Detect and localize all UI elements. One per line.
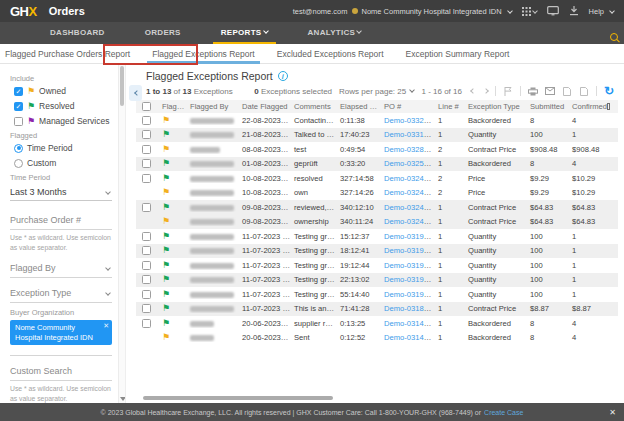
col-exception-type[interactable]: Exception Type [466,102,528,111]
horizontal-scrollbar[interactable] [143,396,333,400]
table-row[interactable]: ⚑09-08-2023 10:28...reviewed, resol...34… [136,200,618,215]
po-link[interactable]: Demo-0324653 [384,188,436,197]
resolved-checkbox[interactable] [14,102,23,111]
download-button[interactable] [569,6,579,16]
green-flag-icon[interactable]: ⚑ [162,203,170,212]
row-checkbox[interactable] [142,159,151,168]
table-row[interactable]: ⚑11-07-2023 11:35...Testing green/r...15… [136,229,618,244]
monitor-button[interactable] [547,6,559,16]
table-row[interactable]: ⚑11-07-2023 11:35...Testing green/r...22… [136,273,618,288]
rows-per-page[interactable]: Rows per page: 25 [339,87,414,96]
table-row[interactable]: ⚑20-06-2023 01:18...supplier respon...0:… [136,316,618,331]
green-flag-icon[interactable]: ⚑ [162,174,170,183]
row-checkbox[interactable] [142,232,151,241]
table-row[interactable]: ⚑10-08-2023 02:32...resolved327:14:58Dem… [136,171,618,186]
po-link[interactable]: Demo-0318986 [384,304,436,313]
time-period-select[interactable]: Last 3 Months [10,185,112,201]
scrollbar-thumb[interactable] [120,66,124,106]
row-checkbox[interactable] [142,130,151,139]
green-flag-icon[interactable]: ⚑ [162,232,170,241]
tab-excluded-exceptions-report[interactable]: Excluded Exceptions Report [266,44,395,64]
export-csv-button[interactable] [562,86,572,96]
row-checkbox[interactable] [142,246,151,255]
checkbox-resolved[interactable]: ⚑ Resolved [14,101,112,111]
green-flag-icon[interactable]: ⚑ [162,130,170,139]
po-link[interactable]: Demo-0331590 [384,130,436,139]
info-icon[interactable]: i [278,71,288,81]
po-link[interactable]: Demo-0324154 [384,217,436,226]
refresh-icon[interactable]: ↻ [604,86,614,96]
table-row[interactable]: ⚑21-08-2023 01:56...Talked to rep, J...1… [136,128,618,143]
row-checkbox[interactable] [142,319,151,328]
custom-radio[interactable] [14,159,23,168]
checkbox-managed-services[interactable]: ⚑ Managed Services [14,116,112,126]
nav-dashboard[interactable]: DASHBOARD [30,22,125,44]
sidebar-scrollbar[interactable] [118,64,125,403]
tab-flagged-exceptions-report[interactable]: Flagged Exceptions Report [141,44,266,64]
nav-reports[interactable]: REPORTS [201,22,288,44]
col-flagged[interactable]: Flagged [156,102,188,111]
owned-checkbox[interactable] [14,87,23,96]
custom-search-input[interactable]: Custom Search [10,360,112,381]
green-flag-icon[interactable]: ⚑ [162,319,170,328]
po-link[interactable]: Demo-0324653 [384,174,436,183]
table-row[interactable]: ⚑10-08-2023 02:32...own327:14:26Demo-032… [136,186,618,201]
po-link[interactable]: Demo-0314031 [384,333,436,342]
nav-orders[interactable]: ORDERS [125,22,201,44]
time-period-radio[interactable] [14,144,23,153]
exception-type-section[interactable]: Exception Type [10,282,112,303]
row-checkbox[interactable] [142,261,151,270]
green-flag-icon[interactable]: ⚑ [162,290,170,299]
row-checkbox[interactable] [142,304,151,313]
footer-close-icon[interactable]: ✕ [609,408,616,417]
page-prev-button[interactable] [470,88,476,94]
po-link[interactable]: Demo-0319584 [384,275,436,284]
yellow-flag-icon[interactable]: ⚑ [162,217,170,226]
po-link[interactable]: Demo-0332034 [384,116,436,125]
table-row[interactable]: ⚑20-06-2023 01:17...Sent0:12:52Demo-0314… [136,331,618,346]
checkbox-owned[interactable]: ⚑ Owned [14,86,112,96]
green-flag-icon[interactable]: ⚑ [162,261,170,270]
select-all-checkbox[interactable] [142,102,151,111]
table-row[interactable]: ⚑01-08-2023 01:55...geprüft0:33:20Demo-0… [136,157,618,172]
green-flag-icon[interactable]: ⚑ [162,159,170,168]
managed-services-checkbox[interactable] [14,117,23,126]
yellow-flag-icon[interactable]: ⚑ [162,145,170,154]
green-flag-icon[interactable]: ⚑ [162,275,170,284]
po-link[interactable]: Demo-0319620 [384,261,436,270]
ghx-logo[interactable]: GHX [10,4,37,19]
close-icon[interactable]: ✕ [103,322,109,331]
row-checkbox[interactable] [142,174,151,183]
row-checkbox[interactable] [142,145,151,154]
col-flagged-by[interactable]: Flagged By [188,102,240,111]
app-switcher-button[interactable] [522,7,537,16]
page-next-button[interactable] [483,88,489,94]
table-row[interactable]: ⚑11-07-2023 12:01...This is an order...7… [136,302,618,317]
col-elapsed-time[interactable]: Elapsed Time [338,102,382,111]
radio-time-period[interactable]: Time Period [14,143,112,153]
column-settings-icon[interactable] [607,103,610,110]
email-button[interactable] [545,86,555,96]
row-checkbox[interactable] [142,116,151,125]
table-row[interactable]: ⚑11-07-2023 11:35...Testing green/r...55… [136,287,618,302]
collapse-sidebar-button[interactable] [129,85,142,101]
yellow-flag-icon[interactable]: ⚑ [162,188,170,197]
help-menu[interactable]: Help [589,7,614,16]
green-flag-icon[interactable]: ⚑ [162,246,170,255]
table-row[interactable]: ⚑09-08-2023 10:27...ownership340:11:24De… [136,215,618,230]
yellow-flag-icon[interactable]: ⚑ [162,116,170,125]
po-link[interactable]: Demo-0328033 [384,145,436,154]
row-checkbox[interactable] [142,203,151,212]
purchase-order-input[interactable]: Purchase Order # [10,209,112,230]
yellow-flag-icon[interactable]: ⚑ [162,333,170,342]
col-confirmed[interactable]: Confirmed [572,102,607,111]
table-row[interactable]: ⚑11-07-2023 11:35...Testing green/r...19… [136,258,618,273]
po-link[interactable]: Demo-0319668 [384,232,436,241]
po-link[interactable]: Demo-0325839 [384,159,436,168]
col-submitted[interactable]: Submitted [528,102,570,111]
po-link[interactable]: Demo-0319182 [384,290,436,299]
table-row[interactable]: ⚑08-08-2023 03:35...test0:49:54Demo-0328… [136,142,618,157]
col-date-flagged[interactable]: Date Flagged [240,102,292,111]
flagged-by-section[interactable]: Flagged By [10,257,112,278]
buyer-organization-chip[interactable]: Nome Community Hospital Integrated IDN ✕ [10,320,112,345]
